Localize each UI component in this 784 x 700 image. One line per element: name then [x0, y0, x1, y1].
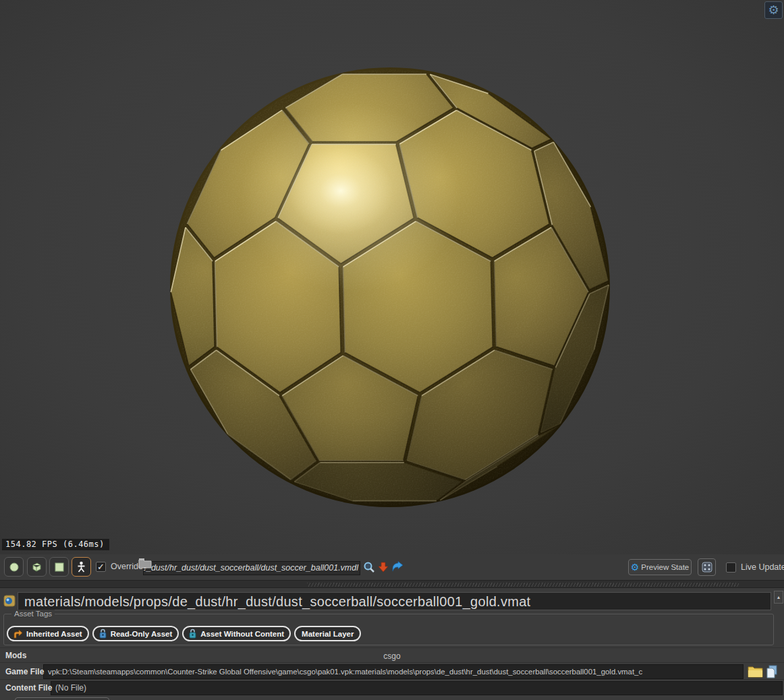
- open-game-file-folder-icon[interactable]: [748, 665, 763, 678]
- dice-icon: [702, 562, 712, 573]
- sphere-icon: [9, 562, 20, 573]
- live-update-label: Live Update: [741, 562, 784, 572]
- live-update-checkbox[interactable]: [726, 562, 736, 573]
- preview-state-gear-icon: ⚙: [631, 562, 640, 573]
- plane-icon: [54, 562, 65, 573]
- tag-read-only-asset[interactable]: Read-Only Asset: [92, 626, 179, 641]
- asset-info-panel: materials/models/props/de_dust/hr_dust/d…: [0, 588, 784, 700]
- preview-state-button[interactable]: ⚙ Preview State: [628, 559, 692, 575]
- panel-splitter[interactable]: [0, 580, 784, 588]
- row-divider: [0, 647, 784, 648]
- inspect-model-icon[interactable]: [363, 561, 375, 573]
- tag-inherited-asset[interactable]: Inherited Asset: [7, 626, 89, 641]
- sphere-preview-button[interactable]: [4, 557, 24, 577]
- inherited-asset-icon: [13, 629, 23, 639]
- 3d-viewport[interactable]: 154.82 FPS (6.46ms) ⚙: [0, 0, 784, 554]
- content-file-field[interactable]: (No File): [51, 681, 783, 695]
- asset-path-field[interactable]: materials/models/props/de_dust/hr_dust/d…: [18, 592, 771, 610]
- goto-arrow-icon[interactable]: [391, 561, 404, 573]
- plane-preview-button[interactable]: [49, 557, 69, 577]
- gear-icon: ⚙: [768, 3, 779, 17]
- material-preview-ball: [0, 0, 784, 554]
- random-preview-button[interactable]: [698, 558, 716, 576]
- mods-label: Mods: [5, 651, 26, 660]
- read-only-lock-icon: [99, 629, 107, 639]
- asset-tags-group: Asset Tags Inherited Asset Read-Only Ass…: [3, 614, 774, 645]
- tag-asset-without-content[interactable]: Asset Without Content: [182, 626, 291, 641]
- browse-model-folder-icon[interactable]: [138, 557, 152, 568]
- asset-tags-label: Asset Tags: [11, 610, 55, 618]
- model-figure-icon: [76, 561, 86, 573]
- game-file-field[interactable]: vpk:D:\Steam\steamapps\common\Counter-St…: [43, 664, 744, 679]
- no-content-lock-icon: [188, 629, 197, 639]
- row-divider: [0, 662, 784, 663]
- copy-game-file-path-icon[interactable]: [766, 665, 779, 678]
- row-divider: [0, 679, 784, 680]
- model-path-input[interactable]: models/props/de_dust/hr_dust/dust_soccer…: [143, 561, 360, 575]
- import-arrow-icon[interactable]: [377, 561, 389, 573]
- material-asset-icon: [3, 595, 16, 607]
- override-checkbox[interactable]: ✓: [96, 562, 106, 572]
- tag-material-layer[interactable]: Material Layer: [294, 626, 361, 641]
- mods-value: csgo: [0, 651, 784, 661]
- cube-preview-button[interactable]: [27, 557, 47, 577]
- model-preview-button[interactable]: [72, 557, 91, 577]
- content-file-label: Content File: [5, 683, 52, 693]
- viewport-settings-button[interactable]: ⚙: [764, 1, 783, 19]
- scroll-up-button[interactable]: ▲: [774, 591, 783, 604]
- cube-icon: [31, 561, 43, 573]
- preview-toolbar: ✓ Override models/props/de_dust/hr_dust/…: [0, 554, 784, 580]
- game-file-label: Game File: [5, 667, 44, 676]
- splitter-grip[interactable]: [307, 583, 739, 587]
- partial-button[interactable]: [15, 697, 109, 700]
- fps-counter: 154.82 FPS (6.46ms): [2, 539, 109, 550]
